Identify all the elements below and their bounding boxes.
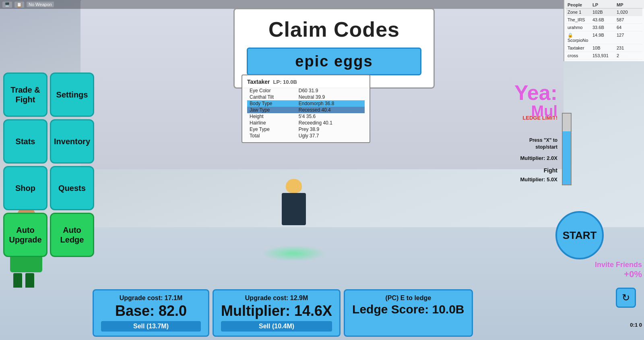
stat-value: 5'4 35.6 (296, 113, 365, 120)
ledge-bar-fill (563, 131, 571, 185)
zone-label: Zone 1 (568, 10, 592, 15)
stat-label: Eye Color (247, 87, 296, 94)
ledge-score: Ledge Score: 10.0B (352, 303, 464, 316)
player-mp: 64 (617, 25, 641, 30)
zone-mp: 1,020 (617, 10, 641, 15)
ledge-bar (562, 113, 572, 185)
fight-label: Fight (544, 167, 557, 174)
player-mp: 2 (617, 53, 641, 58)
people-col-label: People (568, 2, 592, 7)
player-lp: 153,931 (592, 53, 617, 58)
quests-button[interactable]: Quests (50, 166, 94, 210)
player-name: The_IRS (568, 17, 592, 22)
left-char-legs (13, 273, 54, 288)
player-row: cross 153,931 2 (566, 52, 642, 60)
multiplier-sell-button[interactable]: Sell (10.4M) (221, 321, 332, 332)
table-row: Canthal Tilt Neutral 39.9 (247, 94, 365, 100)
char-info-popup: Taxtaker LP: 10.0B Eye Color D60 31.9 Ca… (242, 75, 370, 143)
player-lp: 43.6B (592, 17, 617, 22)
press-x-label: Press "X" to stop/start (529, 137, 557, 151)
weapon-label: No Weapon (27, 2, 54, 7)
base-stat-bar[interactable]: Upgrade cost: 17.1M Base: 82.0 Sell (13.… (93, 289, 209, 337)
stat-value: Endomorph 36.8 (296, 100, 365, 107)
char-lp: LP: 10.0B (273, 79, 297, 85)
stats-button[interactable]: Stats (3, 119, 47, 164)
stat-value: D60 31.9 (296, 87, 365, 94)
fight-multiplier-label: Multiplier: 5.0X (520, 176, 557, 182)
lp-col-label: LP (592, 2, 617, 7)
char-head (286, 179, 302, 193)
people-panel: People LP MP Zone 1 102B 1,020 The_IRS 4… (564, 0, 644, 61)
topbar-icon1: 🖥️ (2, 2, 12, 8)
stat-value: Recessed 40.4 (296, 107, 365, 113)
base-sell-button[interactable]: Sell (13.7M) (101, 321, 201, 332)
top-bar: 🖥️ 📋 No Weapon (0, 0, 644, 9)
stat-label: Jaw Type (247, 107, 296, 113)
player-lp: 14.9B (592, 33, 617, 43)
zone-row: Zone 1 102B 1,020 (566, 8, 642, 16)
stat-value: Receeding 40.1 (296, 120, 365, 126)
player-row: The_IRS 43.6B 587 (566, 16, 642, 24)
sidebar: Trade & Fight Settings Stats Inventory S… (3, 73, 94, 257)
stat-label: Hairline (247, 120, 296, 126)
yea-partial-text: Yea: (514, 81, 557, 105)
claim-codes-title: Claim Codes (247, 17, 421, 41)
stat-value: Prey 38.9 (296, 126, 365, 133)
player-mp: 127 (617, 33, 641, 43)
stat-value: Neutral 39.9 (296, 94, 365, 100)
char-stats-table: Eye Color D60 31.9 Canthal Tilt Neutral … (247, 87, 365, 139)
player-mp: 587 (617, 17, 641, 22)
table-row: Eye Type Prey 38.9 (247, 126, 365, 133)
refresh-button[interactable]: ↻ (616, 288, 636, 308)
stat-label: Eye Type (247, 126, 296, 133)
refresh-icon: ↻ (622, 292, 630, 303)
auto-ledge-button[interactable]: Auto Ledge (50, 213, 94, 257)
inventory-button[interactable]: Inventory (50, 119, 94, 164)
start-button[interactable]: START (555, 211, 604, 259)
char-body (282, 193, 306, 225)
multiplier-label: Multiplier: 2.0X (520, 155, 557, 161)
player-mp: 231 (617, 46, 641, 50)
people-panel-header: People LP MP (566, 2, 642, 8)
multiplier-stat-bar[interactable]: Upgrade cost: 12.9M Multiplier: 14.6X Se… (213, 289, 341, 337)
zone-lp: 102B (592, 10, 617, 15)
topbar-icon2: 📋 (14, 2, 24, 8)
auto-upgrade-button[interactable]: Auto Upgrade (3, 213, 47, 257)
stat-label: Total (247, 133, 296, 139)
ledge-stat-bar[interactable]: (PC) E to ledge Ledge Score: 10.0B (344, 289, 473, 337)
plus-zero-text: +0% (595, 269, 642, 280)
table-row: Eye Color D60 31.9 (247, 87, 365, 94)
stat-label: Height (247, 113, 296, 120)
player-row: urahmo 33.6B 64 (566, 24, 642, 31)
left-char-leg (25, 273, 34, 288)
invite-friends-text[interactable]: Invite Friends (595, 261, 642, 269)
settings-button[interactable]: Settings (50, 73, 94, 117)
table-row-highlighted: Body Type Endomorph 36.8 (247, 100, 365, 107)
main-character (274, 179, 314, 259)
bottom-stat-bars: Upgrade cost: 17.1M Base: 82.0 Sell (13.… (93, 289, 473, 337)
counter-display: 0:1 0 (630, 322, 642, 328)
claim-code-input[interactable]: epic eggs (247, 48, 421, 75)
char-name: Taxtaker (247, 79, 270, 85)
table-row: Height 5'4 35.6 (247, 113, 365, 120)
stat-value: Ugly 37.7 (296, 133, 365, 139)
player-lp: 33.6B (592, 25, 617, 30)
player-name: 🔒 ScorpioNo (568, 33, 592, 43)
player-lp: 10B (592, 46, 617, 50)
shop-button[interactable]: Shop (3, 166, 47, 210)
player-row: Taxtaker 10B 231 (566, 44, 642, 52)
stat-label: Body Type (247, 100, 296, 107)
mul-partial-text: Mul (531, 103, 557, 120)
table-row: Hairline Receeding 40.1 (247, 120, 365, 126)
table-row-highlighted2: Jaw Type Recessed 40.4 (247, 107, 365, 113)
base-value: Base: 82.0 (101, 303, 201, 319)
trade-fight-button[interactable]: Trade & Fight (3, 73, 47, 117)
left-char-leg (13, 273, 22, 288)
player-name: cross (568, 53, 592, 58)
base-upgrade-cost: Upgrade cost: 17.1M (101, 294, 201, 302)
stat-label: Canthal Tilt (247, 94, 296, 100)
player-name: urahmo (568, 25, 592, 30)
mp-col-label: MP (617, 2, 641, 7)
ledge-pc-label: (PC) E to ledge (352, 294, 464, 302)
player-name: Taxtaker (568, 46, 592, 50)
